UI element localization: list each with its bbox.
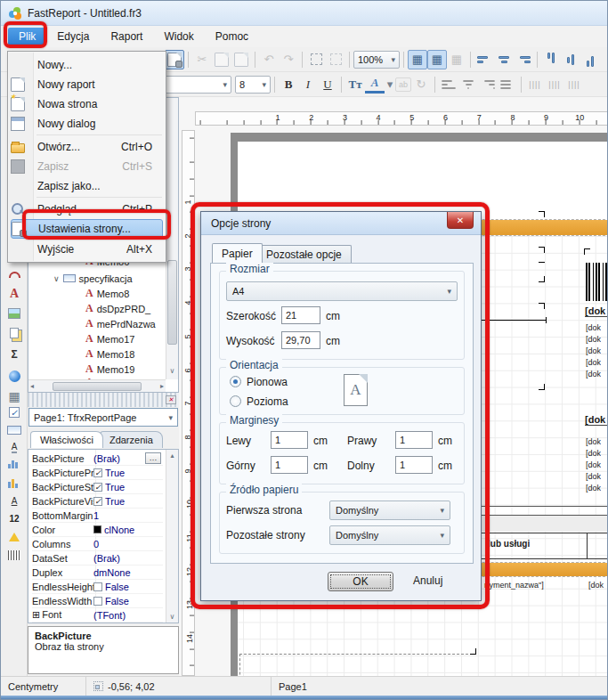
memo-object[interactable]: [dok [586,335,601,344]
align-center-button[interactable] [494,50,514,69]
copy-button[interactable] [212,50,231,69]
menu-widok[interactable]: Widok [153,26,204,47]
property-row[interactable]: Columns0 [32,537,163,551]
gauge-object-button[interactable] [4,266,24,282]
highlight-button[interactable]: ab [395,77,411,92]
property-row[interactable]: BackPicture(Brak)… [32,452,163,466]
text-align-center-button[interactable] [458,75,478,94]
memo-object[interactable]: [dok [585,305,608,317]
checkbox-checked-icon[interactable]: ✓ [93,497,102,506]
system-text-button[interactable]: Σ [4,346,24,362]
menu-item-zapisz[interactable]: ZapiszCtrl+S [11,157,163,176]
menu-raport[interactable]: Raport [100,26,153,47]
align-left-button[interactable] [474,50,494,69]
panel-splitter[interactable]: ✕ [28,393,179,407]
checkbox-checked-icon[interactable]: ✓ [93,483,102,492]
tree-horizontal-scrollbar[interactable]: ◂ ▸ [28,379,166,392]
group-button[interactable] [306,50,326,69]
tree-item[interactable]: AMemo8 [85,287,129,300]
barcode-object[interactable] [586,263,608,301]
checkbox-object-button[interactable]: ✓ [4,404,24,420]
menu-item-nowy[interactable]: Nowy... [11,55,163,75]
align-top-button[interactable] [541,50,561,69]
memo-object[interactable]: rtyment_nazwa"] [484,581,544,590]
memo-object[interactable]: [dok [585,414,608,426]
paste-button[interactable] [231,50,251,69]
property-row[interactable]: ColorclNone [32,523,163,537]
align-to-grid-button[interactable]: ▦ [447,50,466,69]
align-bottom-button[interactable] [580,50,600,69]
menu-item-otworz[interactable]: Otwórz...Ctrl+O [11,137,163,157]
property-row[interactable]: DuplexdmNone [32,566,163,580]
text-bottom-align-button[interactable]: |||| [564,75,584,94]
splitter-close-icon[interactable]: ✕ [166,395,176,404]
expand-icon[interactable]: ⊞ [32,609,40,620]
internet-object-button[interactable] [4,368,24,384]
shape-object-button[interactable] [4,529,24,545]
checkbox-checked-icon[interactable]: ✓ [93,468,102,477]
menu-item-nowa-strona[interactable]: Nowa strona [11,94,163,114]
ungroup-button[interactable] [326,50,345,69]
property-row[interactable]: DataSet(Brak) [32,551,163,566]
memo-object[interactable]: [dok [586,472,601,481]
page-tab[interactable]: Page1 [272,677,314,696]
redo-button[interactable]: ↷ [279,50,298,69]
menu-item-wyjscie[interactable]: WyjścieAlt+X [11,240,163,259]
font-size-combobox[interactable]: 8▾ [235,76,271,94]
barcode-object-button[interactable] [4,547,24,563]
memo-object[interactable]: [dok [586,323,601,332]
scroll-right-arrow[interactable]: ▸ [160,382,164,390]
text-color-button[interactable]: A [365,76,385,94]
snap-to-grid-toggle[interactable]: ▦ [427,50,447,69]
scroll-down-arrow[interactable]: ∨ [166,367,178,379]
property-row[interactable]: BackPicturePri✓True [32,466,163,480]
property-row[interactable]: EndlessHeightFalse [32,580,163,594]
text-color-dropdown[interactable]: ▾ [385,75,395,94]
font-name-combobox[interactable]: ▾ [157,76,231,94]
tree-item[interactable]: AMemo17 [85,332,134,346]
menu-item-nowy-dialog[interactable]: Nowy dialog [11,114,163,134]
menu-pomoc[interactable]: Pomoc [205,26,259,47]
page-selector-combobox[interactable]: Page1: TfrxReportPage ▾ [28,408,178,427]
scroll-up-arrow[interactable]: ▴ [166,452,178,460]
memo-object[interactable]: [dok [588,581,604,590]
menu-item-zapisz-jako[interactable]: Zapisz jako... [11,176,163,196]
align-right-button[interactable] [514,50,533,69]
tree-item-band[interactable]: ∨ specyfikacja [53,272,133,285]
cut-button[interactable]: ✂ [192,50,212,69]
property-row[interactable]: ⊞Font(TFont) [32,608,163,623]
italic-button[interactable]: I [298,75,318,94]
text-align-right-button[interactable] [478,75,498,94]
property-row[interactable]: BackPictureSt✓True [32,480,163,494]
text-justify-button[interactable] [498,75,517,94]
underline-button[interactable]: U [318,75,337,94]
property-row[interactable]: BottomMargin1 [32,509,163,523]
ellipsis-button[interactable]: … [145,452,161,464]
memo-object[interactable]: [dok [586,460,601,469]
tab-properties[interactable]: Właściwości [30,431,103,448]
chart-object-button[interactable] [4,455,24,471]
memo-object[interactable]: [dok [586,346,601,355]
scroll-left-arrow[interactable]: ◂ [30,382,34,390]
bold-button[interactable]: B [279,75,298,94]
memo-object[interactable]: [dok [586,370,601,378]
zoom-combobox[interactable]: 100%▾ [353,51,400,69]
tree-item[interactable]: AMemo19 [85,362,134,376]
font-color-button[interactable]: Tт [345,75,365,94]
frame-text-button[interactable]: A [4,439,24,455]
scrollbar-thumb[interactable] [53,382,142,391]
checkbox-unchecked-icon[interactable] [93,597,102,606]
tree-item[interactable]: AdsDpzPRD_ [85,302,150,315]
propgrid-scrollbar[interactable]: ▴ ∨ [166,450,178,623]
text-top-align-button[interactable]: |||| [525,75,545,94]
table-object-button[interactable]: ▦ [4,388,24,404]
undo-button[interactable]: ↶ [259,50,279,69]
show-grid-toggle[interactable]: ▦ [408,50,427,69]
text-object-button[interactable]: A [4,286,24,302]
numbers-object-button[interactable]: 12 [4,510,24,526]
tree-item[interactable]: AMemo18 [85,347,134,361]
scroll-down-arrow[interactable]: ∨ [166,613,178,621]
subreport-object-button[interactable] [4,325,24,341]
text-align-left-button[interactable] [439,75,458,94]
chart-money-button[interactable] [4,475,24,491]
